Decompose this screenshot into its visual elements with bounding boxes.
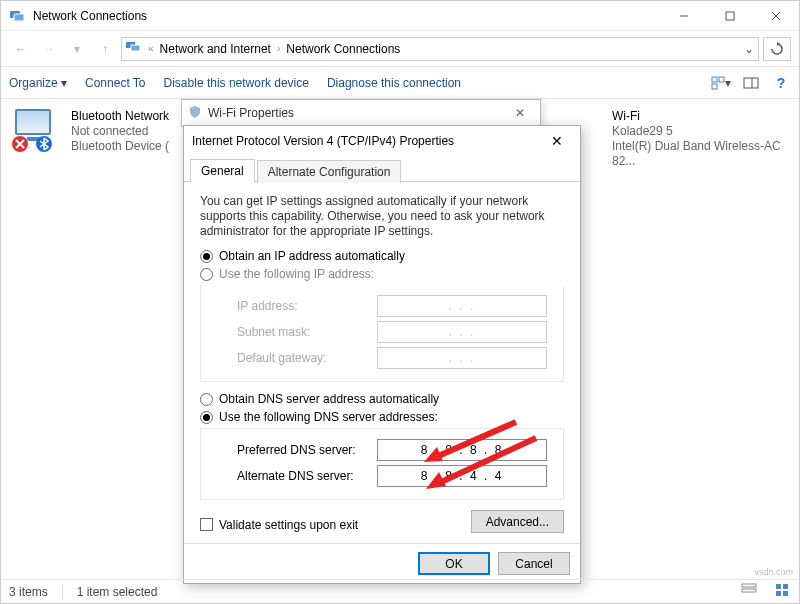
input-gateway: . . . (377, 347, 547, 369)
status-selected: 1 item selected (77, 585, 158, 599)
tiles-view-icon[interactable] (775, 583, 791, 600)
description-text: You can get IP settings assigned automat… (200, 194, 564, 239)
bluetooth-thumb (15, 109, 63, 149)
connection-wifi[interactable]: Wi-Fi Kolade29 5 Intel(R) Dual Band Wire… (591, 105, 791, 173)
dropdown-icon[interactable]: ⌄ (744, 42, 754, 56)
annotation-arrow-2 (421, 433, 541, 496)
svg-rect-24 (783, 584, 788, 589)
wifi-props-title: Wi-Fi Properties (208, 106, 500, 120)
dialog-titlebar: Internet Protocol Version 4 (TCP/IPv4) P… (184, 126, 580, 156)
checkbox-label: Validate settings upon exit (219, 518, 358, 532)
radio-label: Use the following DNS server addresses: (219, 410, 438, 424)
radio-icon (200, 393, 213, 406)
svg-rect-22 (742, 589, 756, 592)
conn-device: Intel(R) Dual Band Wireless-AC 82... (612, 139, 787, 169)
up-button[interactable]: ↑ (93, 37, 117, 61)
address-bar[interactable]: « Network and Internet › Network Connect… (121, 37, 759, 61)
close-icon[interactable]: ✕ (542, 133, 572, 149)
breadcrumb-1[interactable]: Network and Internet (160, 42, 271, 56)
disable-device-button[interactable]: Disable this network device (164, 76, 309, 90)
back-button[interactable]: ← (9, 37, 33, 61)
radio-icon (200, 411, 213, 424)
ipv4-properties-dialog: Internet Protocol Version 4 (TCP/IPv4) P… (183, 125, 581, 584)
content-area: Bluetooth Network Not connected Bluetoot… (1, 99, 799, 579)
conn-status: Not connected (71, 124, 169, 139)
dialog-buttons: OK Cancel (184, 543, 580, 583)
status-bar: 3 items 1 item selected (1, 579, 799, 603)
radio-label: Obtain an IP address automatically (219, 249, 405, 263)
label-dns2: Alternate DNS server: (237, 469, 377, 483)
svg-rect-8 (712, 77, 717, 82)
conn-name: Wi-Fi (612, 109, 787, 124)
forward-button[interactable]: → (37, 37, 61, 61)
tab-alternate[interactable]: Alternate Configuration (257, 160, 402, 183)
radio-label: Obtain DNS server address automatically (219, 392, 439, 406)
close-button[interactable] (753, 1, 799, 31)
wifi-thumb (595, 109, 604, 149)
ok-button[interactable]: OK (418, 552, 490, 575)
tab-general[interactable]: General (190, 159, 255, 182)
svg-rect-1 (14, 14, 24, 21)
view-icon[interactable]: ▾ (711, 73, 731, 93)
label-dns1: Preferred DNS server: (237, 443, 377, 457)
input-mask: . . . (377, 321, 547, 343)
label-mask: Subnet mask: (237, 325, 377, 339)
diagnose-button[interactable]: Diagnose this connection (327, 76, 461, 90)
radio-icon (200, 250, 213, 263)
help-icon[interactable]: ? (771, 73, 791, 93)
details-view-icon[interactable] (741, 583, 757, 600)
refresh-button[interactable] (763, 37, 791, 61)
command-bar: Organize ▾ Connect To Disable this netwo… (1, 67, 799, 99)
breadcrumb-sep: « (148, 43, 154, 54)
connect-to-button[interactable]: Connect To (85, 76, 146, 90)
window-titlebar: Network Connections (1, 1, 799, 31)
svg-line-19 (439, 438, 536, 483)
svg-rect-25 (776, 591, 781, 596)
label-ip: IP address: (237, 299, 377, 313)
organize-menu[interactable]: Organize ▾ (9, 76, 67, 90)
tabs: General Alternate Configuration (184, 158, 580, 182)
breadcrumb-2[interactable]: Network Connections (286, 42, 400, 56)
bluetooth-info: Bluetooth Network Not connected Bluetoot… (71, 109, 169, 154)
window-title: Network Connections (33, 9, 661, 23)
svg-rect-7 (131, 45, 140, 51)
wifi-properties-dialog: Wi-Fi Properties ✕ (181, 99, 541, 127)
breadcrumb-sep: › (277, 43, 280, 54)
svg-rect-26 (783, 591, 788, 596)
svg-rect-23 (776, 584, 781, 589)
dialog-title: Internet Protocol Version 4 (TCP/IPv4) P… (192, 134, 542, 148)
watermark: vsdn.com (754, 567, 793, 577)
svg-rect-3 (726, 12, 734, 20)
wifi-info: Wi-Fi Kolade29 5 Intel(R) Dual Band Wire… (612, 109, 787, 169)
radio-dns-auto[interactable]: Obtain DNS server address automatically (200, 392, 564, 406)
network-icon (9, 8, 25, 24)
connection-bluetooth[interactable]: Bluetooth Network Not connected Bluetoot… (11, 105, 181, 158)
svg-rect-11 (744, 78, 758, 88)
conn-device: Bluetooth Device ( (71, 139, 169, 154)
navigation-bar: ← → ▾ ↑ « Network and Internet › Network… (1, 31, 799, 67)
cancel-button[interactable]: Cancel (498, 552, 570, 575)
checkbox-validate[interactable]: Validate settings upon exit (200, 518, 358, 532)
svg-marker-20 (426, 472, 446, 489)
svg-rect-10 (712, 84, 717, 89)
close-icon[interactable]: ✕ (506, 106, 534, 120)
svg-rect-21 (742, 584, 756, 587)
recent-button[interactable]: ▾ (65, 37, 89, 61)
checkbox-icon (200, 518, 213, 531)
divider (62, 584, 63, 600)
preview-pane-icon[interactable] (741, 73, 761, 93)
svg-rect-9 (719, 77, 724, 82)
radio-icon (200, 268, 213, 281)
input-ip: . . . (377, 295, 547, 317)
network-icon (126, 41, 142, 56)
radio-ip-auto[interactable]: Obtain an IP address automatically (200, 249, 564, 263)
label-gateway: Default gateway: (237, 351, 377, 365)
maximize-button[interactable] (707, 1, 753, 31)
advanced-button[interactable]: Advanced... (471, 510, 564, 533)
shield-icon (188, 105, 202, 122)
conn-name: Bluetooth Network (71, 109, 169, 124)
radio-ip-manual[interactable]: Use the following IP address: (200, 267, 564, 281)
status-items: 3 items (9, 585, 48, 599)
radio-label: Use the following IP address: (219, 267, 374, 281)
minimize-button[interactable] (661, 1, 707, 31)
